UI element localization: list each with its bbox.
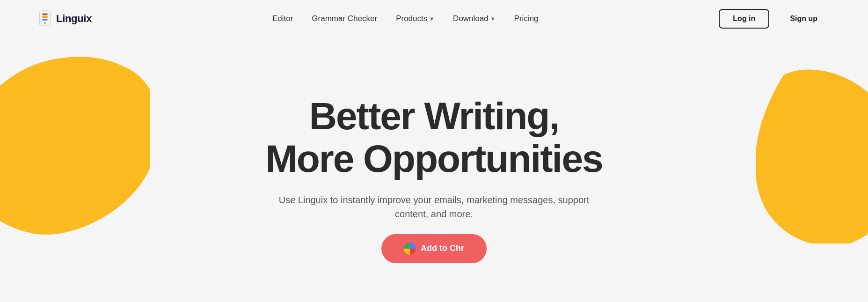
svg-rect-3	[42, 14, 47, 15]
nav-products[interactable]: Products ▼	[396, 14, 434, 23]
login-button[interactable]: Log in	[719, 9, 769, 29]
svg-rect-5	[42, 19, 47, 21]
signup-button[interactable]: Sign up	[777, 10, 831, 28]
nav-pricing[interactable]: Pricing	[514, 14, 539, 23]
svg-rect-4	[42, 16, 47, 18]
blob-right-decoration	[756, 66, 868, 243]
hero-title: Better Writing, More Opportunities	[265, 95, 602, 179]
hero-content: Better Writing, More Opportunities Use L…	[265, 95, 602, 263]
blob-left-decoration	[0, 52, 150, 248]
nav-grammar-checker[interactable]: Grammar Checker	[312, 14, 377, 23]
download-chevron-icon: ▼	[490, 16, 496, 22]
chrome-icon	[404, 243, 416, 255]
products-chevron-icon: ▼	[429, 16, 434, 22]
cta-button[interactable]: Add to Chr	[381, 234, 487, 263]
nav-editor[interactable]: Editor	[272, 14, 293, 23]
hero-section: Better Writing, More Opportunities Use L…	[0, 37, 868, 302]
linguix-logo-icon	[37, 10, 52, 28]
logo-text: Linguix	[56, 13, 92, 25]
nav-links: Editor Grammar Checker Products ▼ Downlo…	[272, 14, 539, 23]
hero-subtitle: Use Linguix to instantly improve your em…	[275, 193, 593, 221]
nav-download[interactable]: Download ▼	[453, 14, 496, 23]
auth-buttons: Log in Sign up	[719, 9, 831, 29]
navbar: Linguix Editor Grammar Checker Products …	[0, 0, 868, 37]
logo-area: Linguix	[37, 10, 92, 28]
